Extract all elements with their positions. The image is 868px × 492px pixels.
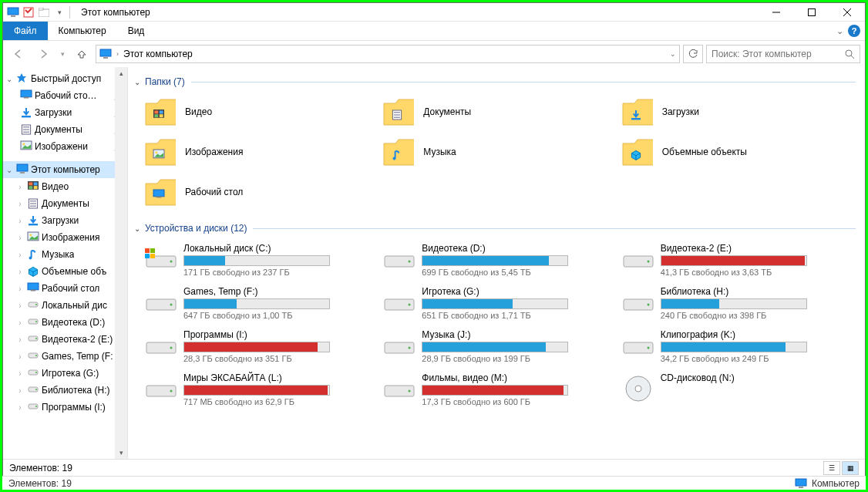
group-header-drives[interactable]: ⌄ Устройства и диски (12) (133, 220, 857, 237)
nav-up-button[interactable] (71, 44, 93, 64)
folder-item[interactable]: Изображения (143, 133, 377, 170)
tree-pc-item[interactable]: ›Изображения (3, 229, 127, 246)
drive-label: Игротека (G:) (422, 286, 614, 297)
drive-item[interactable]: CD-дисковод (N:) (621, 369, 854, 409)
folder-item[interactable]: Объемные объекты (621, 133, 854, 170)
view-details-button[interactable]: ☰ (823, 461, 840, 475)
svg-point-79 (647, 261, 649, 263)
drive-label: Миры ЭКСАБАЙТА (L:) (183, 372, 375, 383)
tree-pc-item[interactable]: ›Видеотека (D:) (3, 314, 127, 331)
tree-pc-item[interactable]: ›Документы (3, 195, 127, 212)
ribbon-tab-computer[interactable]: Компьютер (48, 22, 117, 40)
drive-free-text: 699 ГБ свободно из 5,45 ТБ (422, 268, 614, 277)
new-folder-qat-icon[interactable] (37, 5, 51, 19)
tree-pc-item[interactable]: ›Видеотека-2 (E:) (3, 331, 127, 348)
search-box[interactable] (706, 45, 860, 63)
tree-pc-item[interactable]: ›Музыка (3, 246, 127, 263)
properties-qat-icon[interactable] (22, 5, 35, 19)
scroll-up-icon[interactable]: ▴ (115, 67, 127, 79)
svg-point-11 (846, 50, 852, 56)
tree-pc-item[interactable]: ›Рабочий стол (3, 280, 127, 297)
drive-free-text: 28,9 ГБ свободно из 199 ГБ (422, 354, 614, 363)
drive-icon (622, 289, 654, 315)
svg-point-97 (635, 386, 641, 392)
address-bar[interactable]: › Этот компьютер ⌄ (96, 45, 680, 63)
drive-item[interactable]: Музыка (J:) 28,9 ГБ свободно из 199 ГБ (382, 326, 615, 366)
svg-rect-24 (20, 172, 25, 174)
drive-icon (383, 246, 415, 272)
maximize-button[interactable] (794, 3, 829, 22)
drive-item[interactable]: Фильмы, видео (M:) 17,3 ГБ свободно из 6… (382, 369, 615, 409)
help-icon[interactable]: ? (848, 25, 860, 37)
folder-item[interactable]: Рабочий стол (143, 174, 377, 211)
computer-tray-icon (795, 478, 807, 489)
drive-item[interactable]: Локальный диск (C:) 171 ГБ свободно из 2… (143, 240, 377, 280)
drive-free-text: 240 ГБ свободно из 398 ГБ (661, 311, 853, 320)
folder-icon (145, 96, 176, 127)
folder-label: Изображения (185, 147, 243, 157)
nav-back-button[interactable] (8, 44, 29, 64)
breadcrumb-chevron-icon[interactable]: › (116, 50, 119, 58)
folder-item[interactable]: Документы (382, 93, 615, 130)
drive-label: Видеотека (D:) (422, 243, 614, 254)
svg-point-51 (35, 389, 37, 390)
ribbon-tab-view[interactable]: Вид (117, 22, 156, 40)
search-input[interactable] (712, 49, 845, 59)
drive-label: Games, Temp (F:) (183, 286, 375, 297)
drive-item[interactable]: Видеотека (D:) 699 ГБ свободно из 5,45 Т… (382, 240, 615, 280)
folder-item[interactable]: Загрузки (621, 93, 854, 130)
ribbon-chevron-icon[interactable]: ⌄ (836, 26, 843, 36)
svg-rect-6 (809, 8, 816, 15)
nav-forward-button[interactable] (32, 44, 54, 64)
tree-scrollbar[interactable]: ▴ ▾ (115, 67, 127, 459)
svg-point-91 (647, 347, 649, 349)
drive-item[interactable]: Миры ЭКСАБАЙТА (L:) 717 МБ свободно из 6… (143, 369, 377, 409)
tree-pc-item[interactable]: ›Локальный дис (3, 297, 127, 314)
drive-item[interactable]: Игротека (G:) 651 ГБ свободно из 1,71 ТБ (382, 283, 615, 323)
qat-dropdown-icon[interactable]: ▾ (52, 5, 66, 19)
tree-pc-item[interactable]: ›Программы (I:) (3, 399, 127, 416)
svg-rect-58 (160, 114, 163, 117)
drive-item[interactable]: Games, Temp (F:) 647 ГБ свободно из 1,00… (143, 283, 377, 323)
tree-qa-item[interactable]: Рабочий сто…📌 (3, 87, 127, 104)
tree-pc-item[interactable]: ›Видео (3, 178, 127, 195)
drive-icon (145, 376, 177, 402)
tree-pc-item[interactable]: ›Библиотека (H:) (3, 382, 127, 399)
drive-icon (622, 332, 654, 359)
drive-item[interactable]: Клипография (K:) 34,2 ГБ свободно из 249… (621, 326, 854, 366)
folder-icon (145, 136, 176, 167)
drive-icon (383, 332, 415, 359)
tree-qa-item[interactable]: Изображени📌 (3, 138, 127, 155)
svg-point-53 (35, 406, 37, 407)
computer-qat-icon[interactable] (6, 5, 20, 19)
tree-pc-item[interactable]: ›Загрузки (3, 212, 127, 229)
drive-label: Фильмы, видео (M:) (422, 372, 614, 383)
tree-qa-item[interactable]: Загрузки📌 (3, 104, 127, 121)
nav-recent-dropdown[interactable]: ▾ (57, 44, 68, 64)
svg-point-65 (155, 151, 157, 153)
ribbon-tab-file[interactable]: Файл (3, 22, 48, 40)
minimize-button[interactable] (759, 3, 794, 22)
refresh-button[interactable] (683, 45, 703, 63)
drive-item[interactable]: Библиотека (H:) 240 ГБ свободно из 398 Г… (621, 283, 854, 323)
folder-label: Музыка (423, 147, 456, 157)
drive-item[interactable]: Программы (I:) 28,3 ГБ свободно из 351 Г… (143, 326, 377, 366)
tree-pc-item[interactable]: ›Объемные объ (3, 263, 127, 280)
close-button[interactable] (829, 3, 865, 22)
drive-item[interactable]: Видеотека-2 (E:) 41,3 ГБ свободно из 3,6… (621, 240, 854, 280)
tree-qa-item[interactable]: Документы📌 (3, 121, 127, 138)
view-tiles-button[interactable]: ▦ (842, 461, 859, 475)
tree-this-pc[interactable]: ⌄Этот компьютер (3, 161, 127, 178)
quick-access-toolbar: ▾ (3, 5, 75, 19)
scroll-down-icon[interactable]: ▾ (115, 447, 127, 459)
address-dropdown-icon[interactable]: ⌄ (670, 50, 676, 58)
tree-pc-item[interactable]: ›Games, Temp (F: (3, 348, 127, 365)
folder-label: Документы (423, 106, 471, 117)
tree-pc-item[interactable]: ›Игротека (G:) (3, 365, 127, 382)
drive-icon (383, 376, 415, 402)
folder-item[interactable]: Музыка (382, 133, 615, 170)
group-header-folders[interactable]: ⌄ Папки (7) (133, 73, 857, 90)
tree-quick-access[interactable]: ⌄Быстрый доступ (3, 70, 127, 87)
content-pane: ⌄ Папки (7) Видео Документы Загрузки (128, 67, 865, 459)
folder-item[interactable]: Видео (143, 93, 377, 130)
